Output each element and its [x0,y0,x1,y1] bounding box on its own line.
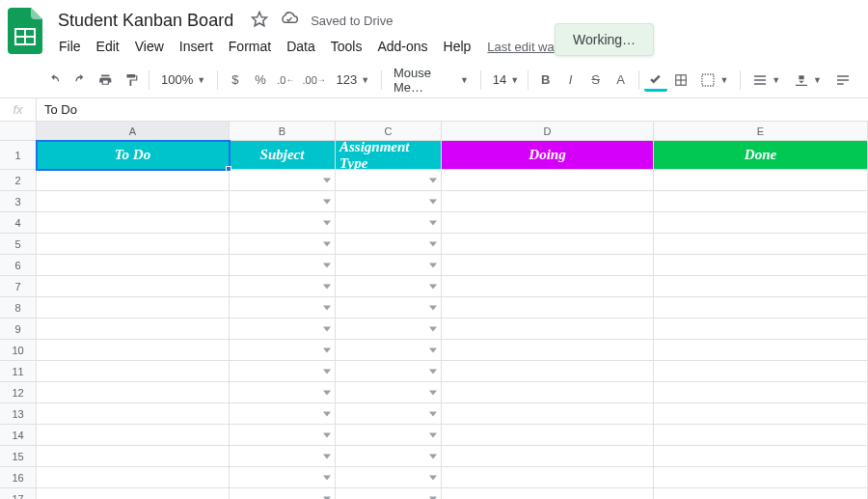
cell-D13[interactable] [442,403,654,425]
increase-decimal-button[interactable]: .00→ [300,69,329,92]
cell-B1[interactable]: Subject [230,141,336,170]
italic-button[interactable]: I [559,69,583,92]
dropdown-arrow-icon[interactable] [429,284,437,289]
cell-B13[interactable] [230,403,336,425]
cell-A15[interactable] [37,446,230,467]
cell-C14[interactable] [336,425,442,446]
cell-A4[interactable] [37,212,230,234]
row-header-11[interactable]: 11 [0,361,37,382]
undo-icon[interactable] [42,69,67,92]
dropdown-arrow-icon[interactable] [429,326,437,331]
text-wrap-dropdown[interactable] [829,69,856,92]
dropdown-arrow-icon[interactable] [323,390,331,395]
h-align-dropdown[interactable]: ▼ [746,69,786,92]
currency-button[interactable]: $ [224,69,247,92]
cell-B8[interactable] [230,297,336,319]
cell-C11[interactable] [336,361,442,382]
row-header-1[interactable]: 1 [0,141,37,170]
zoom-dropdown[interactable]: 100%▼ [155,69,211,91]
dropdown-arrow-icon[interactable] [429,263,437,267]
cell-C9[interactable] [336,319,442,340]
cell-E17[interactable] [654,488,868,499]
cell-A14[interactable] [37,425,230,446]
font-size-dropdown[interactable]: 14▼ [487,69,522,91]
decrease-decimal-button[interactable]: .0← [274,69,298,92]
document-title[interactable]: Student Kanban Board [52,9,239,33]
dropdown-arrow-icon[interactable] [429,305,437,310]
dropdown-arrow-icon[interactable] [323,454,331,458]
borders-button[interactable] [669,69,692,92]
cell-C16[interactable] [336,467,442,488]
cell-B15[interactable] [230,446,336,467]
cell-E14[interactable] [654,425,868,446]
cell-C6[interactable] [336,255,442,276]
menu-file[interactable]: File [52,35,88,58]
cell-C8[interactable] [336,297,442,319]
cloud-saved-icon[interactable] [280,10,299,32]
row-header-14[interactable]: 14 [0,425,37,446]
dropdown-arrow-icon[interactable] [323,284,331,289]
dropdown-arrow-icon[interactable] [323,199,331,204]
dropdown-arrow-icon[interactable] [323,263,331,267]
dropdown-arrow-icon[interactable] [323,369,331,374]
dropdown-arrow-icon[interactable] [429,241,437,246]
last-edit-link[interactable]: Last edit wa [487,36,554,58]
cell-D16[interactable] [442,467,654,488]
dropdown-arrow-icon[interactable] [323,178,331,182]
dropdown-arrow-icon[interactable] [429,432,437,437]
text-color-button[interactable]: A [610,69,633,92]
cell-B5[interactable] [230,234,336,255]
dropdown-arrow-icon[interactable] [429,390,437,395]
bold-button[interactable]: B [534,69,557,92]
cell-D14[interactable] [442,425,654,446]
dropdown-arrow-icon[interactable] [323,220,331,225]
cell-D2[interactable] [442,170,654,191]
dropdown-arrow-icon[interactable] [323,241,331,246]
selection-handle[interactable] [226,166,231,172]
cell-C13[interactable] [336,403,442,425]
cell-C17[interactable] [336,488,442,499]
dropdown-arrow-icon[interactable] [429,347,437,352]
paint-format-icon[interactable] [120,69,144,92]
percent-button[interactable]: % [249,69,272,92]
dropdown-arrow-icon[interactable] [429,178,437,182]
cell-E12[interactable] [654,382,868,403]
fill-color-button[interactable] [644,69,667,92]
font-dropdown[interactable]: Mouse Me…▼ [388,62,475,98]
cell-E9[interactable] [654,319,868,340]
row-header-16[interactable]: 16 [0,467,37,488]
dropdown-arrow-icon[interactable] [429,369,437,374]
cell-C12[interactable] [336,382,442,403]
cell-A13[interactable] [37,403,230,425]
cell-A2[interactable] [37,170,230,191]
cell-B9[interactable] [230,319,336,340]
cell-D10[interactable] [442,340,654,361]
dropdown-arrow-icon[interactable] [323,475,331,480]
cell-C4[interactable] [336,212,442,234]
redo-icon[interactable] [68,69,93,92]
cell-D3[interactable] [442,191,654,212]
cell-D12[interactable] [442,382,654,403]
cell-B17[interactable] [230,488,336,499]
row-header-13[interactable]: 13 [0,403,37,425]
cell-B10[interactable] [230,340,336,361]
menu-addons[interactable]: Add-ons [370,35,434,58]
cell-A7[interactable] [37,276,230,297]
cell-B2[interactable] [230,170,336,191]
cell-E5[interactable] [654,234,868,255]
cell-A12[interactable] [37,382,230,403]
cell-A3[interactable] [37,191,230,212]
cell-D5[interactable] [442,234,654,255]
cell-D15[interactable] [442,446,654,467]
menu-format[interactable]: Format [222,35,278,58]
row-header-5[interactable]: 5 [0,234,37,255]
cell-E7[interactable] [654,276,868,297]
row-header-17[interactable]: 17 [0,488,37,499]
cell-B6[interactable] [230,255,336,276]
row-header-10[interactable]: 10 [0,340,37,361]
formula-input[interactable]: To Do [37,98,868,121]
cell-A16[interactable] [37,467,230,488]
row-header-7[interactable]: 7 [0,276,37,297]
col-header-e[interactable]: E [654,122,868,140]
cell-E3[interactable] [654,191,868,212]
